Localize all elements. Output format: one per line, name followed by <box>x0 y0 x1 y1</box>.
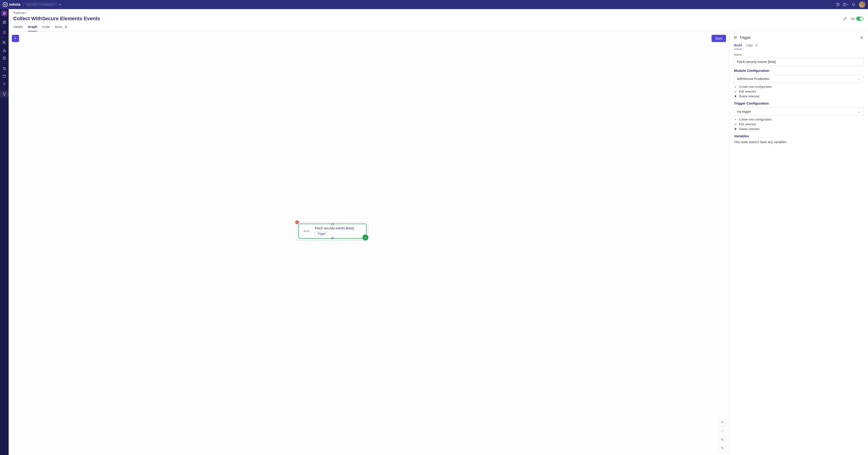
node-ok-icon <box>363 234 368 240</box>
graph-node[interactable]: W/TH Fetch security events [beta] Trigge… <box>299 224 367 239</box>
module-config-create[interactable]: + Create new configuration <box>734 84 864 89</box>
tab-details[interactable]: Details <box>13 25 23 31</box>
module-config-value: WithSecure Production <box>737 77 769 81</box>
svg-line-24 <box>723 440 724 441</box>
svg-line-28 <box>723 449 724 450</box>
node-title: Fetch security events [beta] <box>315 226 363 230</box>
tab-code[interactable]: Code <box>42 25 50 31</box>
svg-point-16 <box>5 69 6 70</box>
pencil-icon <box>734 90 737 93</box>
bell-icon[interactable] <box>850 1 857 8</box>
trigger-config-edit[interactable]: Edit selected <box>734 122 864 126</box>
sidebar: O <box>0 9 9 455</box>
svg-rect-33 <box>735 128 736 128</box>
node-selection: ✕ W/TH Fetch security events [beta] Trig… <box>297 222 368 241</box>
tab-runs-count: 0 <box>64 25 68 28</box>
brand-logo[interactable]: IO sekoia <box>3 2 21 7</box>
chevron-down-icon: ▼ <box>847 4 849 6</box>
zoom-in-button[interactable] <box>719 436 726 443</box>
trigger-config-value: my trigger <box>737 110 751 113</box>
breadcrumb: Playbooks › <box>13 11 864 15</box>
svg-point-19 <box>3 92 4 93</box>
chevron-down-icon: ⌄ <box>858 110 861 113</box>
trash-icon <box>734 95 737 97</box>
svg-rect-32 <box>735 129 736 130</box>
plus-icon: + <box>734 85 737 88</box>
graph-node-wrapper: ✕ W/TH Fetch security events [beta] Trig… <box>297 222 368 241</box>
redo-button[interactable] <box>719 427 726 434</box>
toggle-knob <box>860 17 863 20</box>
save-button[interactable]: Save <box>712 35 726 42</box>
chevron-down-icon: ▼ <box>59 3 61 6</box>
sidebar-item-reports[interactable] <box>0 55 9 62</box>
inspector-tab-logs[interactable]: Logs 1 <box>746 44 759 49</box>
sidebar-item-alert[interactable] <box>0 47 9 54</box>
chevron-down-icon: ⌄ <box>858 77 861 81</box>
trigger-config-create[interactable]: + Create new configuration <box>734 117 864 122</box>
tab-runs-label: Runs <box>55 25 62 29</box>
community-selector[interactable]: SECURITYCOMMUNITY ▼ <box>26 3 61 6</box>
help-icon[interactable]: ▼ <box>843 1 849 8</box>
module-config-heading: Module Configuration <box>734 68 864 73</box>
inspector-logs-count: 1 <box>754 44 759 47</box>
node-port-in[interactable] <box>331 223 334 225</box>
variables-empty-text: This node doesn't have any variables <box>734 140 864 144</box>
graph-canvas[interactable]: + Save ✕ W/TH Fetch security events [bet… <box>9 32 730 455</box>
breadcrumb-root[interactable]: Playbooks <box>13 11 26 15</box>
chevron-right-icon: › <box>27 11 28 15</box>
sidebar-item-settings[interactable] <box>0 80 9 87</box>
svg-rect-30 <box>735 96 736 97</box>
trigger-config-select[interactable]: my trigger ⌄ <box>734 108 864 116</box>
svg-rect-6 <box>3 41 5 44</box>
sidebar-item-dashboard[interactable] <box>0 19 9 26</box>
sidebar-item-catalog[interactable] <box>0 73 9 80</box>
node-type-badge: Trigger <box>315 231 329 236</box>
brand-name: sekoia <box>9 2 21 7</box>
variables-heading: Variables <box>734 134 864 138</box>
node-delete-icon[interactable]: ✕ <box>295 221 299 224</box>
module-config-edit[interactable]: Edit selected <box>734 89 864 94</box>
trigger-config-heading: Trigger Configuration <box>734 102 864 105</box>
page-title: Collect WithSecure Elements Events <box>13 16 842 22</box>
trigger-config-delete[interactable]: Delete selected <box>734 126 864 131</box>
history-icon[interactable] <box>835 1 841 8</box>
svg-point-21 <box>4 95 5 96</box>
flag-icon <box>734 36 738 39</box>
node-port-out[interactable] <box>331 237 334 239</box>
sidebar-item-shield[interactable] <box>0 29 9 36</box>
close-inspector-button[interactable]: ✕ <box>860 35 864 40</box>
name-input[interactable] <box>734 58 864 66</box>
sidebar-item-playbooks[interactable] <box>0 90 9 98</box>
brand-logo-icon: IO <box>3 2 8 7</box>
svg-rect-4 <box>3 23 4 24</box>
svg-rect-17 <box>3 75 6 77</box>
inspector-panel: Trigger ✕ Build Logs 1 Name Module Confi… <box>730 32 868 455</box>
module-config-delete[interactable]: Delete selected <box>734 94 864 98</box>
svg-point-15 <box>3 67 4 68</box>
node-vendor-icon: W/TH <box>302 227 311 236</box>
svg-rect-2 <box>3 21 4 22</box>
undo-button[interactable] <box>719 419 726 426</box>
zoom-out-button[interactable] <box>719 445 726 452</box>
svg-point-7 <box>4 42 4 43</box>
inspector-title: Trigger <box>740 36 751 40</box>
community-name: SECURITYCOMMUNITY <box>26 3 58 6</box>
inspector-tab-logs-label: Logs <box>746 44 753 47</box>
enabled-toggle[interactable] <box>856 17 864 21</box>
user-avatar[interactable] <box>859 1 865 8</box>
add-node-button[interactable]: + <box>12 35 19 42</box>
sidebar-item-search[interactable] <box>0 39 9 46</box>
sidebar-item-intel[interactable] <box>0 65 9 72</box>
plus-icon: + <box>734 118 737 121</box>
svg-point-18 <box>4 83 5 84</box>
workspace-badge[interactable]: O <box>1 10 7 17</box>
inspector-tab-build[interactable]: Build <box>734 44 742 49</box>
svg-rect-31 <box>735 95 736 95</box>
topbar: IO sekoia SECURITYCOMMUNITY ▼ ▼ <box>0 0 868 9</box>
tab-runs[interactable]: Runs 0 <box>55 25 68 31</box>
svg-rect-5 <box>4 23 6 24</box>
edit-button[interactable] <box>842 16 848 22</box>
svg-rect-3 <box>4 21 6 22</box>
module-config-select[interactable]: WithSecure Production ⌄ <box>734 75 864 83</box>
tab-graph[interactable]: Graph <box>28 25 37 31</box>
